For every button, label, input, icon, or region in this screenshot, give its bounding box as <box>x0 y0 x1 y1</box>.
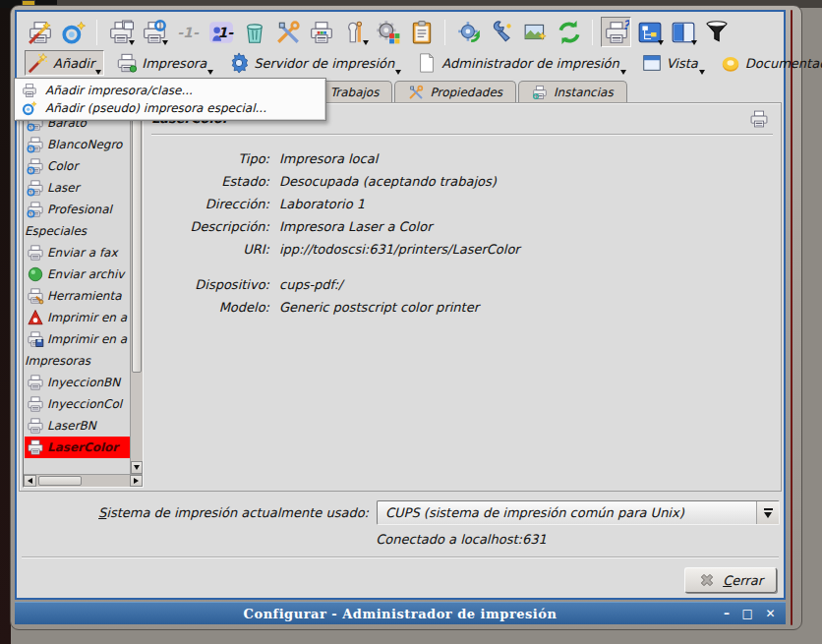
print-system-combobox[interactable]: CUPS (sistema de impresión común para Un… <box>377 500 780 525</box>
menu-administrador-de-impresi-n[interactable]: Administrador de impresión <box>413 50 628 76</box>
tree-view-button[interactable] <box>634 17 665 47</box>
triangle-left-icon <box>28 478 32 484</box>
printer-search-button[interactable] <box>139 17 169 47</box>
test-printer-button[interactable] <box>306 17 336 47</box>
svg-text:?: ? <box>621 20 628 32</box>
wizard-image-icon <box>523 20 549 45</box>
printer-small-icon <box>22 83 37 98</box>
info-label: Estado: <box>151 174 269 189</box>
info-row-spacer <box>151 264 773 277</box>
list-item-blanconegro[interactable]: BlancoNegro <box>25 134 130 155</box>
info-row: Descripción:Impresora Laser a Color <box>151 219 773 234</box>
column-view-button[interactable] <box>668 17 698 47</box>
dropdown-caret-icon <box>95 70 101 75</box>
add-menu-popup: Añadir impresora/clase...Añadir (pseudo)… <box>14 78 326 121</box>
info-label: Descripción: <box>151 219 269 234</box>
list-item-label: LaserBN <box>47 419 96 433</box>
decrease-disabled-button[interactable]: -1- <box>172 17 203 47</box>
info-row: Dirección:Laboratorio 1 <box>151 197 773 211</box>
menu-vista[interactable]: Vista <box>638 50 708 76</box>
filter-button[interactable] <box>701 17 732 47</box>
wrench-help-button[interactable] <box>487 17 517 47</box>
triangle-down-icon <box>134 465 140 470</box>
printer-tool-icon <box>27 287 44 305</box>
list-item-inyeccionbn[interactable]: InyeccionBN <box>25 372 130 393</box>
list-group-header: Especiales <box>25 220 130 242</box>
list-item-label: Imprimir en a <box>47 332 127 346</box>
list-item-profesional[interactable]: Profesional <box>25 199 130 220</box>
add-printer-wizard-button[interactable] <box>25 17 55 47</box>
tool-dropdown-button[interactable] <box>339 17 370 47</box>
list-item-label: Profesional <box>47 203 112 216</box>
list-item-laserbn[interactable]: LaserBN <box>25 415 130 437</box>
vertical-scrollbar[interactable] <box>130 107 143 474</box>
info-label: URI: <box>151 242 269 257</box>
list-item-lasercolor[interactable]: LaserColor <box>25 437 130 458</box>
chevron-down-icon <box>764 512 772 518</box>
menu-a-adir[interactable]: Añadir <box>25 50 104 76</box>
horizontal-scrollbar-thumb[interactable] <box>38 476 82 486</box>
scroll-right-button[interactable] <box>130 475 143 487</box>
list-item-imprimir-en-a[interactable]: Imprimir en a <box>25 307 130 328</box>
test-printer-icon <box>309 20 334 45</box>
popup-item-a-adir-pseudo-impresora-especial[interactable]: Añadir (pseudo) impresora especial... <box>17 99 323 117</box>
print-pages-button[interactable] <box>105 17 136 47</box>
list-item-imprimir-en-a[interactable]: Imprimir en a <box>25 328 130 350</box>
add-special-printer-button[interactable] <box>58 17 88 47</box>
list-item-label: Enviar archiv <box>47 267 124 281</box>
info-label: Modelo: <box>151 300 269 315</box>
increase-button[interactable]: 1- <box>206 17 236 47</box>
remove-trash-button[interactable] <box>239 17 269 47</box>
minimize-button[interactable]: – <box>724 608 731 619</box>
list-item-herramienta[interactable]: Herramienta <box>25 285 130 307</box>
wizard-image-button[interactable] <box>520 17 551 47</box>
close-button-label: Cerrar <box>723 573 763 588</box>
dropdown-caret-icon <box>620 70 626 75</box>
vertical-scrollbar-thumb[interactable] <box>132 108 142 373</box>
popup-item-a-adir-impresora-clase[interactable]: Añadir impresora/clase... <box>17 82 323 99</box>
dropdown-caret-icon <box>207 70 213 75</box>
list-item-color[interactable]: Color <box>25 155 130 177</box>
menu-impresora[interactable]: Impresora <box>113 50 216 76</box>
close-window-button[interactable]: ✕ <box>765 608 776 619</box>
configure-tools-icon <box>275 20 301 45</box>
close-button[interactable]: Cerrar <box>684 567 777 593</box>
printer-fax-icon <box>27 244 44 262</box>
list-item-inyeccioncol[interactable]: InyeccionCol <box>25 393 130 415</box>
green-ball-icon <box>27 265 44 283</box>
printer-help-button[interactable]: ? <box>601 17 631 47</box>
list-group-header: Impresoras <box>25 350 130 372</box>
gear-system-button[interactable] <box>373 17 403 47</box>
refresh-button[interactable] <box>554 17 584 47</box>
list-item-enviar-archiv[interactable]: Enviar archiv <box>25 263 130 285</box>
tab-propiedades[interactable]: Propiedades <box>394 81 516 102</box>
menu-label: Servidor de impresión <box>254 56 394 71</box>
printer-list-panel: BaratoBlancoNegroColorLaserProfesionalEs… <box>23 106 144 488</box>
horizontal-scrollbar[interactable] <box>24 474 143 487</box>
list-item-label: InyeccionBN <box>47 376 120 389</box>
list-item-label: BlancoNegro <box>47 138 122 151</box>
dropdown-caret-icon <box>129 40 135 45</box>
scroll-left-button[interactable] <box>24 475 36 487</box>
report-clipboard-button[interactable] <box>406 17 437 47</box>
list-item-enviar-a-fax[interactable]: Enviar a fax <box>25 242 130 263</box>
menu-servidor-de-impresi-n[interactable]: Servidor de impresión <box>225 50 404 76</box>
configure-tools-button[interactable] <box>272 17 303 47</box>
menu-documentaci-n[interactable]: Documentación <box>717 50 822 76</box>
combobox-dropdown-button[interactable] <box>756 501 779 524</box>
gear-system-icon <box>376 20 401 45</box>
maximize-button[interactable]: □ <box>742 608 754 619</box>
menu-label: Impresora <box>142 56 206 71</box>
pdf-icon <box>27 309 44 326</box>
toolbar: -1-1-? <box>17 12 784 49</box>
list-item-laser[interactable]: Laser <box>25 177 130 199</box>
decrease-disabled-icon: -1- <box>175 20 201 45</box>
scroll-down-button[interactable] <box>131 461 143 474</box>
tab-instancias[interactable]: Instancias <box>518 81 627 102</box>
gear-refresh-button[interactable] <box>453 17 484 47</box>
dropdown-caret-icon <box>363 40 369 45</box>
printer-help-icon: ? <box>604 20 629 45</box>
window-titlebar[interactable]: Configurar - Administrador de impresión … <box>15 602 786 624</box>
info-value: Impresora local <box>279 151 378 166</box>
button-row: Cerrar <box>17 558 784 593</box>
